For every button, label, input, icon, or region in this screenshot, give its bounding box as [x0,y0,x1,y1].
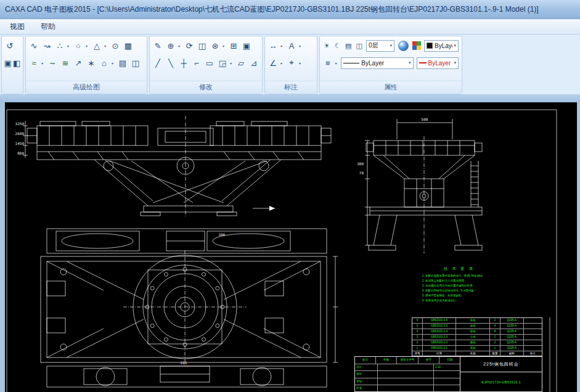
multiline-icon[interactable]: ≋ [59,57,71,69]
layer-select-value: 0层 [369,41,378,50]
wave-curve-icon[interactable]: ≈ [28,57,40,69]
dropdown-caret-icon[interactable]: ▾ [299,44,303,48]
layer-print-icon[interactable]: ▤ [343,39,354,52]
sign-cell [378,371,434,377]
note-line: 4. 装配后回转部分应转动灵活, 无卡阻现象。 [422,288,496,293]
drawing-canvas[interactable]: 3250 2600 1450 800 500 300 70 306 201 技 … [5,102,577,392]
ellipse-icon[interactable]: ○ [72,39,84,52]
group-modify: ✎ ⊕ ▾ ⟳ ◫ ⊛ ▾ ⊞ ▣ ╱ ╲ ┼ ⌐ ▭ ◲ ▾ ▱ ⊿ [149,36,263,94]
dropdown-caret-icon[interactable]: ▾ [299,61,303,65]
menu-help[interactable]: 帮助 [33,20,63,34]
window-frame-left [0,102,5,392]
leader-icon[interactable]: ↗ [72,57,84,69]
sketch-edit-icon[interactable]: ✎ [152,39,164,52]
dropdown-caret-icon[interactable]: ▾ [67,44,71,48]
dropdown-caret-icon[interactable]: ▾ [86,44,89,48]
lineweight-sample-icon [419,62,427,63]
paste-icon[interactable]: ▣ [4,57,12,69]
dropdown-caret-icon[interactable]: ▾ [335,61,339,65]
rectangle-icon[interactable]: ▭ [203,57,216,69]
text-annotation-icon[interactable]: A [285,39,298,52]
rotate-icon[interactable]: ⟳ [183,39,195,52]
linetype-select[interactable]: ByLayer ▾ [341,57,413,69]
curve-fit-icon[interactable]: ∼ [46,57,59,69]
table-icon[interactable]: ▦ [122,39,134,52]
mirror-icon[interactable]: ◫ [196,39,208,52]
trim-icon[interactable]: ╱ [152,57,164,69]
menu-bar: 视图 帮助 [0,19,580,35]
break-icon[interactable]: ┼ [178,57,190,69]
fillet-icon[interactable]: ⊿ [248,57,260,69]
star-shape-icon[interactable]: ∗ [85,57,97,69]
drawing-name: 225t钢包回转台 [460,357,542,372]
palette-icon[interactable] [412,41,421,50]
lineweight-select[interactable]: ByLayer ▾ [417,57,459,69]
drawing-number: EJP0217J0-GBS3101.1 [460,372,542,391]
note-line: 6. 表面涂漆按有关标准执行。 [422,298,496,303]
center-mark-icon[interactable]: ⌖ [285,57,298,69]
copy-icon[interactable]: ◧ [13,57,22,69]
contour-icon[interactable]: ⌂ [98,57,110,69]
parts-table-cell: Q235-A [500,346,524,351]
change-label: 标记 [355,357,376,364]
circular-array-icon[interactable]: ⊛ [209,39,221,52]
block-icon[interactable]: ◫ [129,57,142,69]
dropdown-caret-icon[interactable]: ▾ [280,44,284,48]
freehand-curve-icon[interactable]: ↝ [41,39,53,52]
group-label-advanced-draw[interactable]: 高级绘图 [26,81,147,94]
linetype-icon[interactable]: ≡ [322,57,334,69]
dropdown-caret-icon: ▾ [407,60,411,65]
dropdown-caret-icon[interactable]: ▾ [104,44,108,48]
array-icon[interactable]: ⊞ [227,39,240,52]
point-icon[interactable]: ∴ [54,39,66,52]
linear-dimension-icon[interactable]: ↔ [267,39,279,52]
dropdown-caret-icon[interactable]: ▾ [112,61,115,65]
linetype-sample-icon [343,63,359,63]
parts-table-cell [524,329,542,334]
dimension-label: 201 [181,361,187,365]
parts-table-row: 1GBS3101.1-1底板1Q235-A [412,346,542,351]
layer-select[interactable]: 0层 ▾ [366,40,394,52]
dropdown-caret-icon[interactable]: ▾ [230,61,234,65]
group-label-dimension[interactable]: 标注 [265,81,317,94]
stretch-icon[interactable]: ◲ [216,57,229,69]
shear-icon[interactable]: ▱ [235,57,247,69]
layer-freeze-icon[interactable]: ☾ [333,39,343,52]
sign-label: 审核 [355,378,378,385]
circle-icon[interactable]: ⊙ [109,39,121,52]
note-line: 1. 装配前清除各零件表面的油污、铁屑, 锐边倒钝。 [422,274,496,279]
change-label: 更改文件号 [397,357,418,364]
color-swatch-icon [427,43,433,49]
menu-view[interactable]: 视图 [2,20,32,34]
technical-notes: 技 术 要 求 1. 装配前清除各零件表面的油污、铁屑, 锐边倒钝。2. 各润滑… [422,266,496,304]
parts-table-cell: 2 [412,340,423,345]
layer-on-icon[interactable]: ☀ [322,39,332,52]
move-icon[interactable]: ⊕ [165,39,177,52]
chamfer-icon[interactable]: ⌐ [190,57,203,69]
side-view [365,119,482,253]
change-label: 日期 [439,357,460,364]
group-label-modify[interactable]: 修改 [150,81,262,94]
angle-dimension-icon[interactable]: ∠ [267,57,279,69]
change-label: 签字 [419,357,439,364]
dimension-label: 300 [357,161,364,166]
hatch-icon[interactable]: ▤ [116,57,129,69]
dropdown-caret-icon[interactable]: ▾ [178,44,182,48]
dropdown-caret-icon[interactable]: ▾ [223,44,226,48]
group-label-properties[interactable]: 属性 [320,81,462,94]
extend-icon[interactable]: ╲ [165,57,177,69]
plot-icon[interactable]: ▣ [240,39,253,52]
parts-table-cell [524,324,542,329]
dropdown-caret-icon[interactable]: ▾ [41,61,45,65]
parts-table-cell: 3 [412,335,423,340]
layer-lock-icon[interactable]: ◫ [354,39,365,52]
color-select[interactable]: ByLayer ▾ [424,40,459,52]
spline-icon[interactable]: ∿ [28,39,40,52]
group-dimension: ↔ ▾ A ▾ ∠ ▾ ⌖ ▾ 标注 [264,36,317,94]
dimension-label: 800 [17,151,24,155]
undo-icon[interactable]: ↺ [4,39,16,52]
color-ball-icon[interactable] [398,41,409,51]
parts-table-cell: GBS3101.1-1 [423,346,457,351]
polygon-icon[interactable]: △ [91,39,103,52]
dropdown-caret-icon[interactable]: ▾ [280,61,284,65]
